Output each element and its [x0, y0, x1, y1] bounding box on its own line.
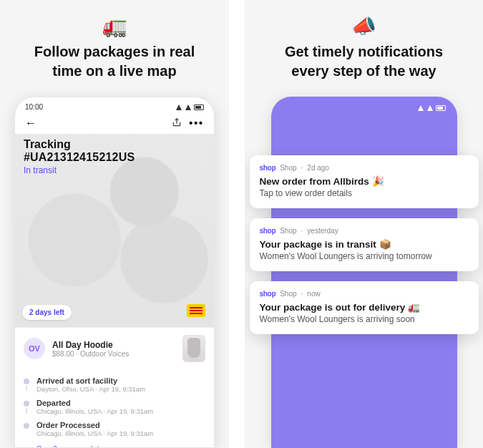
notif-body: Women's Wool Loungers is arriving tomorr… [260, 251, 469, 261]
product-price: $88.00 [52, 350, 74, 358]
tl-sub: Chicago, Illinois, USA · Apr 19, 9:31am [36, 429, 153, 437]
hero-line2: time on a live map [52, 63, 176, 79]
product-meta: $88.00 · Outdoor Voices [52, 350, 175, 358]
tl-title: Arrived at sort facility [36, 376, 145, 385]
product-card[interactable]: OV All Day Hoodie $88.00 · Outdoor Voice… [15, 327, 214, 369]
status-bar [271, 97, 457, 115]
tl-title: Order Processed [36, 421, 153, 429]
hero-line1: Follow packages in real [34, 44, 195, 59]
status-icons [175, 104, 204, 110]
phone-frame-right: shop Shop · 2d ago New order from Allbir… [271, 97, 457, 448]
tracking-header: Tracking #UA21312415212US In transit [24, 138, 135, 175]
notification-card[interactable]: shop Shop · yesterday Your package is in… [250, 218, 479, 271]
hero-line1: Get timely notifications [285, 44, 443, 59]
tl-sub: Dayton, Ohio, USA · Apr 19, 9:31am [36, 385, 145, 393]
notif-body: Women's Wool Loungers is arriving soon [260, 314, 469, 324]
days-left-pill: 2 days left [22, 305, 72, 320]
hero-title-left: Follow packages in real time on a live m… [17, 42, 213, 81]
timeline-item: Arrived at sort facility Dayton, Ohio, U… [24, 374, 205, 396]
app-name: Shop [280, 290, 296, 298]
notif-title: Your package is out for delivery 🚛 [260, 301, 469, 313]
notif-title: Your package is in transit 📦 [260, 238, 469, 250]
hero-line2: every step of the way [291, 63, 436, 79]
product-brand: Outdoor Voices [80, 350, 129, 358]
shop-logo: shop [260, 290, 276, 298]
megaphone-icon: 📣 [351, 14, 376, 38]
app-name: Shop [280, 164, 296, 172]
tl-title: Departed [36, 399, 153, 407]
notification-stack: shop Shop · 2d ago New order from Allbir… [250, 155, 479, 334]
tracking-label: Tracking [24, 138, 135, 151]
notif-time: yesterday [307, 227, 338, 235]
status-bar: 10:00 [15, 97, 214, 114]
tracking-id: #UA21312415212US [24, 151, 135, 164]
see-more-link[interactable]: See 3 more updates [24, 440, 205, 448]
product-thumb [182, 335, 205, 362]
wifi-icon [427, 105, 433, 111]
timeline-item: Departed Chicago, Illinois, USA · Apr 19… [24, 396, 205, 418]
toolbar: ← ••• [15, 114, 214, 134]
notif-time: 2d ago [307, 164, 329, 172]
back-icon[interactable]: ← [25, 117, 36, 130]
more-icon[interactable]: ••• [189, 117, 204, 129]
map[interactable]: Tracking #UA21312415212US In transit 2 d… [15, 134, 214, 327]
share-icon[interactable] [172, 117, 182, 130]
shop-logo: shop [260, 227, 276, 235]
status-time: 10:00 [25, 103, 43, 111]
notification-card[interactable]: shop Shop · now Your package is out for … [250, 281, 479, 334]
notif-body: Tap to view order details [260, 188, 469, 198]
panel-notifications: 📣 Get timely notifications every step of… [245, 0, 483, 448]
truck-icon: 🚛 [102, 14, 127, 38]
shop-logo: shop [260, 164, 276, 172]
hero-title-right: Get timely notifications every step of t… [268, 42, 460, 81]
tracking-status: In transit [24, 165, 135, 175]
signal-icon [176, 104, 182, 110]
product-name: All Day Hoodie [52, 340, 175, 350]
notification-card[interactable]: shop Shop · 2d ago New order from Allbir… [250, 155, 479, 208]
timeline: Arrived at sort facility Dayton, Ohio, U… [15, 369, 214, 448]
battery-icon [436, 105, 446, 111]
brand-badge: OV [24, 338, 45, 359]
tl-sub: Chicago, Illinois, USA · Apr 19, 9:31am [36, 407, 153, 415]
wifi-icon [185, 104, 191, 110]
notif-time: now [307, 290, 320, 298]
panel-tracking: 🚛 Follow packages in real time on a live… [0, 0, 229, 448]
phone-frame-left: 10:00 ← ••• Tracking #UA21312415212US In… [14, 97, 215, 448]
timeline-item: Order Processed Chicago, Illinois, USA ·… [24, 418, 205, 440]
dhl-badge [187, 304, 205, 317]
battery-icon [194, 104, 204, 110]
signal-icon [418, 105, 424, 111]
notif-title: New order from Allbirds 🎉 [260, 175, 469, 187]
app-name: Shop [280, 227, 296, 235]
